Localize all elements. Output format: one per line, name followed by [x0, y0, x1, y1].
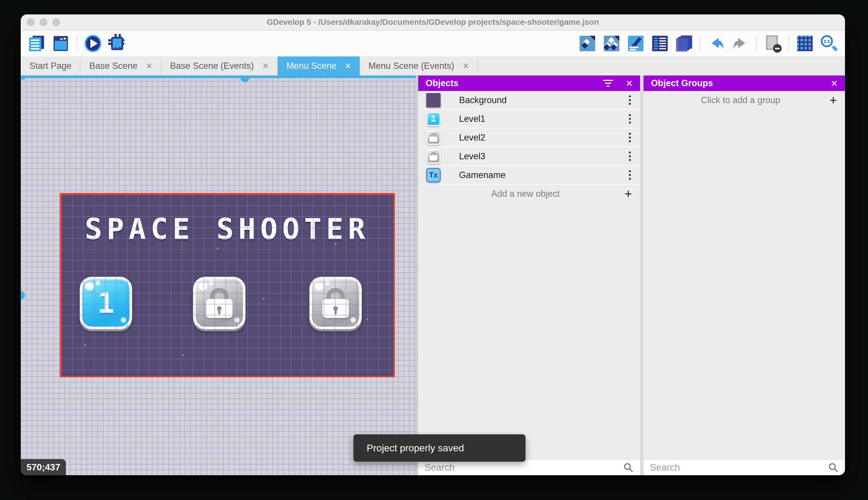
- tab-base-scene-events[interactable]: Base Scene (Events) ×: [162, 56, 278, 76]
- level3-button-object[interactable]: [309, 277, 362, 329]
- canvas-panel-divider[interactable]: [416, 76, 418, 475]
- objects-panel: Objects × Background 1 Level1 Level2: [418, 76, 640, 475]
- object-row-level1[interactable]: 1 Level1: [418, 110, 640, 128]
- preview-window-icon[interactable]: [52, 35, 69, 52]
- toast-message: Project properly saved: [367, 442, 464, 454]
- scrollbar-corner: [21, 76, 25, 79]
- search-icon: [828, 462, 838, 473]
- vertical-scroll-marker[interactable]: [21, 291, 25, 299]
- lock-icon: [206, 288, 233, 318]
- object-groups-empty-area: [644, 110, 845, 459]
- kebab-menu-icon[interactable]: [628, 169, 632, 181]
- kebab-menu-icon[interactable]: [628, 132, 632, 144]
- cursor-coordinates: 570;437: [21, 459, 66, 475]
- instances-list-icon[interactable]: [652, 35, 668, 52]
- grid-icon[interactable]: [797, 35, 813, 52]
- text-object-icon: Tx: [426, 168, 441, 182]
- object-row-background[interactable]: Background: [418, 91, 640, 110]
- background-object-selected[interactable]: SPACE SHOOTER 1: [60, 193, 395, 377]
- kebab-menu-icon[interactable]: [628, 94, 632, 106]
- zoom-1-1-icon[interactable]: 1:1: [821, 35, 837, 52]
- object-row-gamename[interactable]: Tx Gamename: [418, 166, 640, 185]
- lock-icon: [322, 288, 349, 318]
- game-title-text[interactable]: SPACE SHOOTER: [61, 212, 394, 246]
- play-icon[interactable]: [85, 35, 101, 52]
- add-object-row[interactable]: Add a new object +: [418, 185, 640, 203]
- level1-button-object[interactable]: 1: [80, 277, 132, 329]
- object-groups-search-bar: [644, 459, 845, 475]
- object-groups-icon[interactable]: [603, 35, 620, 52]
- objects-search-input[interactable]: [424, 462, 623, 473]
- horizontal-scroll-marker[interactable]: [241, 78, 249, 82]
- project-manager-icon[interactable]: [28, 35, 45, 52]
- search-icon: [623, 462, 634, 473]
- object-groups-panel-title: Object Groups: [651, 78, 713, 88]
- app-window: GDevelop 5 - /Users/dkarakay/Documents/G…: [21, 14, 845, 475]
- close-tab-icon[interactable]: ×: [345, 61, 351, 71]
- background-swatch-icon: [426, 93, 441, 107]
- titlebar: GDevelop 5 - /Users/dkarakay/Documents/G…: [21, 14, 845, 31]
- filter-icon[interactable]: [603, 80, 613, 87]
- object-groups-panel: Object Groups × Click to add a group +: [644, 76, 845, 475]
- level2-button-object[interactable]: [193, 277, 246, 329]
- close-window-button[interactable]: [27, 19, 35, 26]
- close-tab-icon[interactable]: ×: [463, 61, 469, 71]
- tab-menu-scene[interactable]: Menu Scene ×: [278, 56, 360, 76]
- lock-icon: [426, 149, 441, 163]
- horizontal-scrollbar[interactable]: [21, 76, 416, 78]
- tab-menu-scene-events[interactable]: Menu Scene (Events) ×: [360, 56, 478, 76]
- layers-icon[interactable]: [676, 35, 692, 52]
- object-groups-panel-header: Object Groups ×: [644, 76, 845, 91]
- close-tab-icon[interactable]: ×: [146, 61, 152, 71]
- plus-icon[interactable]: +: [830, 94, 837, 106]
- minimize-window-button[interactable]: [40, 19, 47, 26]
- debug-icon[interactable]: [109, 35, 126, 52]
- scene-canvas[interactable]: SPACE SHOOTER 1: [21, 76, 416, 475]
- plus-icon[interactable]: +: [624, 188, 632, 200]
- redo-icon[interactable]: [732, 35, 749, 52]
- panels-divider[interactable]: [640, 76, 644, 475]
- kebab-menu-icon[interactable]: [628, 113, 632, 125]
- object-groups-search-input[interactable]: [650, 462, 828, 473]
- add-object-label: Add a new object: [426, 189, 624, 199]
- main-toolbar: 1:1: [21, 31, 845, 56]
- lock-icon: [426, 130, 441, 145]
- tab-start-page[interactable]: Start Page: [21, 56, 81, 76]
- window-title: GDevelop 5 - /Users/dkarakay/Documents/G…: [21, 18, 845, 27]
- toolbar-separator: [756, 36, 757, 51]
- undo-icon[interactable]: [708, 35, 725, 52]
- object-row-level3[interactable]: Level3: [418, 147, 640, 166]
- editor-tabbar: Start Page Base Scene × Base Scene (Even…: [21, 56, 845, 76]
- level1-label: 1: [97, 287, 114, 319]
- objects-panel-empty-area: [418, 203, 640, 459]
- object-row-level2[interactable]: Level2: [418, 128, 640, 147]
- toolbar-separator: [700, 36, 701, 51]
- object-icon[interactable]: [579, 35, 596, 52]
- zoom-window-button[interactable]: [52, 19, 60, 26]
- level1-button-icon: 1: [426, 112, 441, 126]
- objects-panel-title: Objects: [426, 78, 458, 88]
- close-panel-icon[interactable]: ×: [626, 78, 633, 89]
- close-tab-icon[interactable]: ×: [262, 61, 269, 71]
- edit-properties-icon[interactable]: [627, 35, 644, 52]
- mask-icon[interactable]: [764, 35, 781, 52]
- traffic-lights: [27, 19, 60, 26]
- tab-base-scene[interactable]: Base Scene ×: [81, 56, 161, 76]
- add-group-label: Click to add a group: [652, 95, 830, 105]
- toolbar-separator: [77, 36, 77, 51]
- objects-panel-header: Objects ×: [418, 76, 640, 91]
- save-toast: Project properly saved: [353, 434, 526, 462]
- toolbar-separator: [788, 36, 789, 51]
- kebab-menu-icon[interactable]: [628, 150, 632, 162]
- add-group-row[interactable]: Click to add a group +: [644, 91, 845, 110]
- close-panel-icon[interactable]: ×: [831, 78, 837, 89]
- zoom-ratio-label: 1:1: [821, 35, 833, 47]
